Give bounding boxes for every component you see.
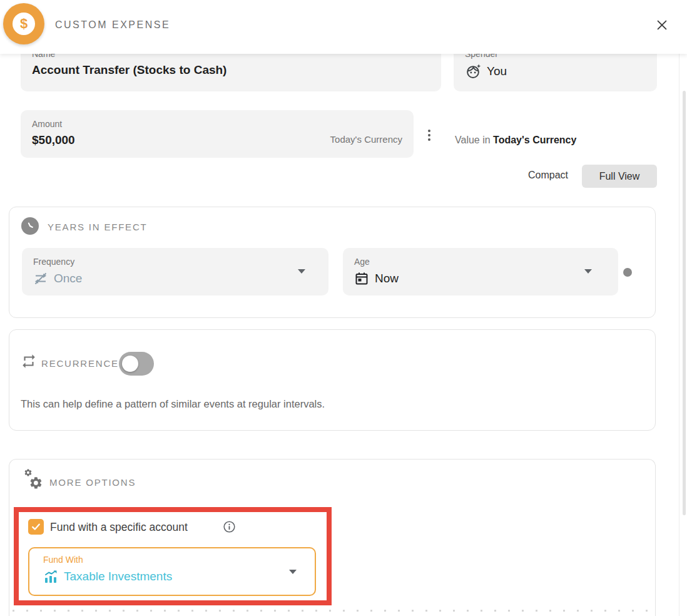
frequency-value: Once bbox=[54, 272, 82, 285]
face-sparkle-icon bbox=[465, 63, 481, 80]
frequency-label: Frequency bbox=[33, 257, 317, 267]
frequency-select[interactable]: Frequency Once bbox=[22, 248, 328, 295]
view-toggle-compact[interactable]: Compact bbox=[523, 170, 573, 181]
amount-currency-unit: Today's Currency bbox=[330, 134, 402, 145]
info-icon[interactable] bbox=[223, 520, 236, 536]
age-caret-icon[interactable] bbox=[584, 269, 592, 274]
close-icon[interactable] bbox=[653, 16, 671, 34]
modal-title: CUSTOM EXPENSE bbox=[55, 19, 170, 31]
frequency-once-icon bbox=[33, 271, 48, 286]
value-in-note: Value in Today's Currency bbox=[455, 135, 576, 146]
spender-value: You bbox=[487, 64, 507, 78]
modal-header: $ CUSTOM EXPENSE bbox=[0, 0, 687, 54]
frequency-caret-icon[interactable] bbox=[298, 269, 305, 274]
recurrence-toggle[interactable] bbox=[119, 352, 154, 376]
calendar-today-icon bbox=[354, 271, 369, 286]
vertical-scrollbar[interactable] bbox=[683, 91, 686, 515]
fund-with-caret-icon[interactable] bbox=[289, 570, 297, 574]
clock-icon bbox=[21, 217, 39, 235]
investments-chart-icon bbox=[43, 569, 58, 584]
recurrence-card bbox=[9, 329, 656, 431]
view-toggle-full-view[interactable]: Full View bbox=[582, 165, 657, 188]
toggle-knob bbox=[122, 356, 138, 372]
amount-field[interactable]: Amount $50,000 Today's Currency bbox=[21, 110, 414, 158]
fund-with-value: Taxable Investments bbox=[64, 570, 172, 583]
custom-expense-dollar-icon: $ bbox=[3, 3, 44, 44]
recurrence-description: This can help define a pattern of simila… bbox=[21, 398, 325, 410]
age-value: Now bbox=[375, 272, 399, 285]
fund-with-select[interactable]: Fund With Taxable Investments bbox=[28, 547, 316, 596]
more-options-title: MORE OPTIONS bbox=[49, 477, 136, 488]
gears-icon bbox=[24, 468, 45, 493]
fund-with-label: Fund With bbox=[43, 555, 303, 565]
amount-label: Amount bbox=[32, 119, 402, 129]
amount-options-kebab-icon[interactable] bbox=[424, 124, 434, 146]
repeat-icon bbox=[21, 353, 37, 372]
age-select[interactable]: Age Now bbox=[343, 248, 618, 295]
name-value[interactable]: Account Transfer (Stocks to Cash) bbox=[32, 63, 430, 77]
recurrence-title: RECURRENCE bbox=[41, 358, 119, 369]
fund-account-checkbox-label[interactable]: Fund with a specific account bbox=[50, 521, 188, 534]
value-in-prefix: Value in bbox=[455, 135, 493, 145]
age-status-dot bbox=[623, 268, 632, 277]
age-label: Age bbox=[354, 257, 607, 267]
fund-account-checkbox[interactable] bbox=[28, 519, 44, 535]
value-in-currency: Today's Currency bbox=[493, 135, 576, 145]
dotted-cut-line bbox=[13, 610, 656, 612]
modal-edge-divider bbox=[679, 54, 679, 616]
years-in-effect-title: YEARS IN EFFECT bbox=[48, 222, 148, 232]
